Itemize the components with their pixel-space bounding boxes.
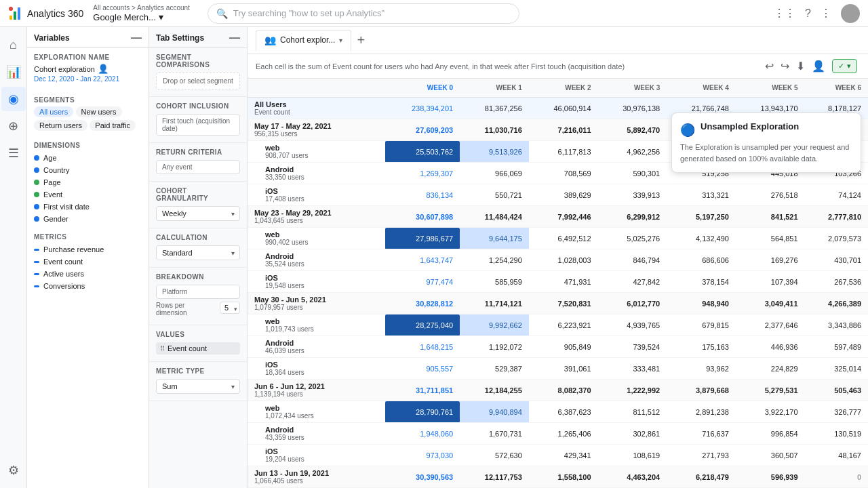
segment-return-users[interactable]: Return users (34, 120, 87, 131)
metric-type-select[interactable]: Sum (156, 379, 240, 394)
dim-first-visit-date: First visit date (34, 201, 142, 213)
cell-value: 716,637 (667, 423, 736, 445)
metric-type-label: METRIC TYPE (156, 367, 240, 375)
cohort-granularity-section: COHORT GRANULARITY Weekly (149, 182, 247, 228)
calculation-label: CALCULATION (156, 234, 240, 241)
row-sublabel: 1,043,645 users (254, 217, 378, 224)
row-label: Android (254, 339, 378, 347)
table-row: iOS19,548 users977,474585,959471,931427,… (248, 271, 868, 293)
redo-button[interactable]: ↪ (781, 60, 789, 73)
cohort-granularity-label: COHORT GRANULARITY (156, 187, 240, 202)
exploration-name-value: Cohort exploration 👤 (34, 64, 142, 74)
sidebar-home[interactable]: ⌂ (1, 33, 26, 57)
variables-minimize-button[interactable]: — (131, 33, 142, 43)
cell-value: 169,276 (736, 249, 805, 271)
row-sublabel: 908,707 users (254, 152, 378, 159)
row-label: All Users (254, 100, 378, 108)
breakdown-input[interactable]: Platform (156, 285, 240, 299)
cell-value: 11,714,121 (460, 293, 529, 314)
sidebar-reports[interactable]: 📊 (1, 60, 26, 84)
segment-paid-traffic[interactable]: Paid traffic (90, 120, 136, 131)
cell-value: 846,794 (598, 249, 667, 271)
undo-button[interactable]: ↩ (765, 60, 774, 73)
download-button[interactable]: ⬇ (796, 60, 805, 73)
cell-value: 585,959 (460, 271, 529, 293)
cell-value: 7,992,446 (529, 206, 598, 228)
svg-rect-2 (18, 7, 20, 20)
cell-value: 446,936 (736, 336, 805, 358)
cell-value: 550,721 (460, 184, 529, 206)
tab-add-button[interactable]: + (354, 33, 368, 48)
cell-value: 302,861 (598, 423, 667, 445)
svg-rect-0 (9, 16, 12, 20)
date-range[interactable]: Dec 12, 2020 - Jan 22, 2021 (34, 75, 142, 83)
cell-value: 93,962 (667, 358, 736, 380)
cell-value: 4,463,204 (598, 466, 667, 488)
sidebar-configure[interactable]: ☰ (1, 141, 26, 165)
data-area[interactable]: WEEK 0 WEEK 1 WEEK 2 WEEK 3 WEEK 4 WEEK … (248, 79, 868, 488)
table-row: iOS19,204 users973,030572,630429,341108,… (248, 445, 868, 466)
cell-value: 9,644,175 (460, 228, 529, 249)
variables-panel: Variables — Exploration name Cohort expl… (27, 27, 149, 488)
more-icon[interactable]: ⋮ (821, 7, 831, 20)
values-label: VALUES (156, 331, 240, 338)
breadcrumb-bottom[interactable]: Google Merch... ▾ (93, 12, 190, 22)
segment-new-users[interactable]: New users (76, 106, 122, 117)
cell-value: 9,513,926 (460, 141, 529, 163)
return-criteria-input[interactable]: Any event (156, 160, 240, 174)
chip-label: Event count (167, 344, 207, 352)
save-button[interactable]: ✓ ▾ (832, 59, 857, 73)
row-sublabel: 33,350 users (254, 174, 378, 181)
chip-handle-icon: ⠿ (160, 345, 165, 352)
segment-drop-zone[interactable]: Drop or select segment (156, 73, 240, 89)
col-header-week0: WEEK 0 (385, 79, 460, 98)
values-section: VALUES ⠿ Event count (149, 325, 247, 362)
apps-icon[interactable]: ⋮⋮ (774, 7, 795, 20)
avatar[interactable] (841, 4, 860, 23)
cell-value: 175,163 (667, 336, 736, 358)
tooltip-title: Unsampled Exploration (701, 121, 799, 131)
calculation-select-wrap: Standard (156, 245, 240, 260)
calculation-select[interactable]: Standard (156, 245, 240, 260)
segment-all-users[interactable]: All users (34, 106, 73, 117)
exploration-name-section: Exploration name Cohort exploration 👤 De… (27, 48, 149, 91)
cell-value: 572,630 (460, 445, 529, 466)
cell-value: 25,503,762 (385, 141, 460, 163)
cell-value: 339,913 (598, 184, 667, 206)
share-button[interactable]: 👤 (812, 60, 825, 73)
row-sublabel: 35,524 users (254, 260, 378, 268)
cohort-inclusion-input[interactable]: First touch (acquisition date) (156, 114, 240, 136)
sidebar-advertising[interactable]: ⊕ (1, 114, 26, 138)
cell-value: 596,939 (736, 466, 805, 488)
rows-per-dim-select[interactable]: 5 (220, 302, 240, 314)
met-line-purchase-revenue (34, 249, 39, 251)
cell-value: 4,962,256 (598, 141, 667, 163)
dimensions-section: DIMENSIONS Age Country Page Event First … (27, 136, 149, 228)
cell-value: 6,223,921 (529, 314, 598, 336)
tab-cohort-exploration[interactable]: 👥 Cohort explor... ▾ (256, 30, 351, 52)
sidebar-admin[interactable]: ⚙ (1, 458, 26, 483)
cell-value: 811,512 (598, 401, 667, 423)
tab-dropdown-icon[interactable]: ▾ (339, 37, 342, 44)
metric-event-count: Event count (34, 256, 142, 268)
value-chip-event-count[interactable]: ⠿ Event count (156, 342, 240, 354)
tab-settings-minimize-button[interactable]: — (229, 33, 240, 43)
dim-dot-page (34, 180, 39, 185)
cell-value: 429,341 (529, 445, 598, 466)
cohort-granularity-select[interactable]: Weekly (156, 206, 240, 221)
dim-dot-first-visit-date (34, 204, 39, 209)
table-row: Android46,039 users1,648,2151,192,072905… (248, 336, 868, 358)
table-row: iOS18,364 users905,557529,387391,061333,… (248, 358, 868, 380)
cell-value: 3,343,886 (805, 314, 868, 336)
row-label: Android (254, 252, 378, 260)
row-label: May 30 - Jun 5, 2021 (254, 296, 378, 304)
help-icon[interactable]: ? (805, 7, 811, 20)
sidebar-explore[interactable]: ◉ (1, 87, 26, 111)
segment-comparisons-label: SEGMENT COMPARISONS (156, 54, 240, 68)
search-bar[interactable]: 🔍 Try searching "how to set up Analytics… (208, 3, 519, 24)
cell-value: 948,940 (667, 293, 736, 314)
return-criteria-label: RETURN CRITERIA (156, 148, 240, 156)
cell-value: 9,940,894 (460, 401, 529, 423)
tooltip-body: The Exploration is unsampled per your re… (680, 142, 852, 164)
cell-value: 267,536 (805, 271, 868, 293)
